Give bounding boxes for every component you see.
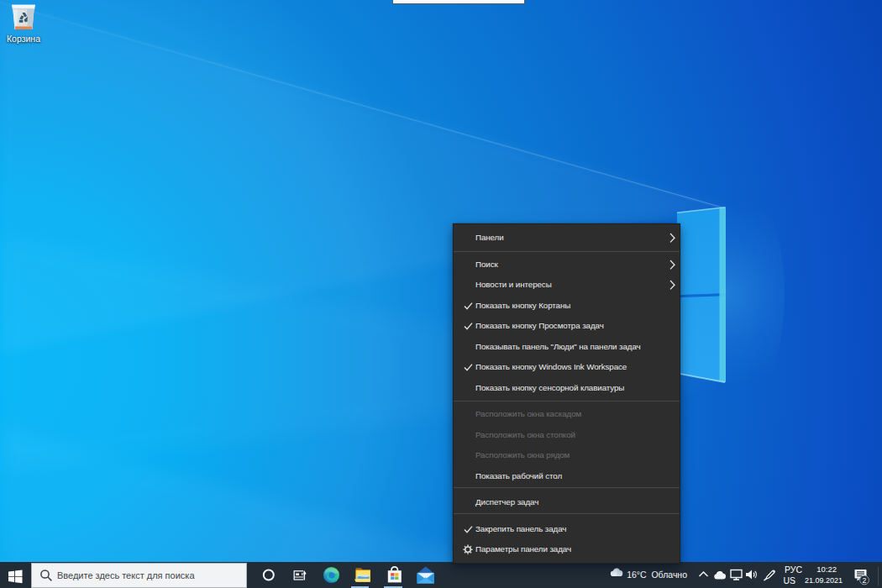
svg-text:2: 2 (863, 576, 867, 585)
